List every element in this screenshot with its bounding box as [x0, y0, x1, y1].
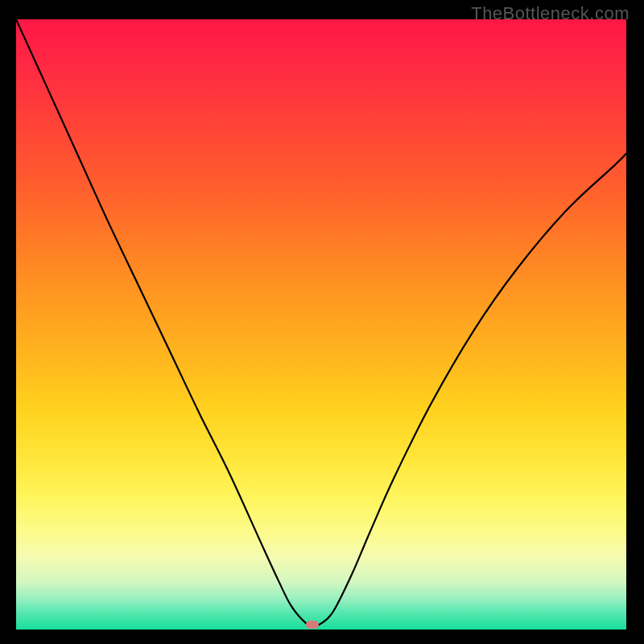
- bottom-border: [16, 630, 626, 644]
- plot-frame: [16, 19, 626, 630]
- plot-area: [16, 19, 626, 630]
- watermark-text: TheBottleneck.com: [471, 3, 630, 24]
- bottleneck-curve: [16, 19, 626, 630]
- optimum-marker: [306, 621, 319, 629]
